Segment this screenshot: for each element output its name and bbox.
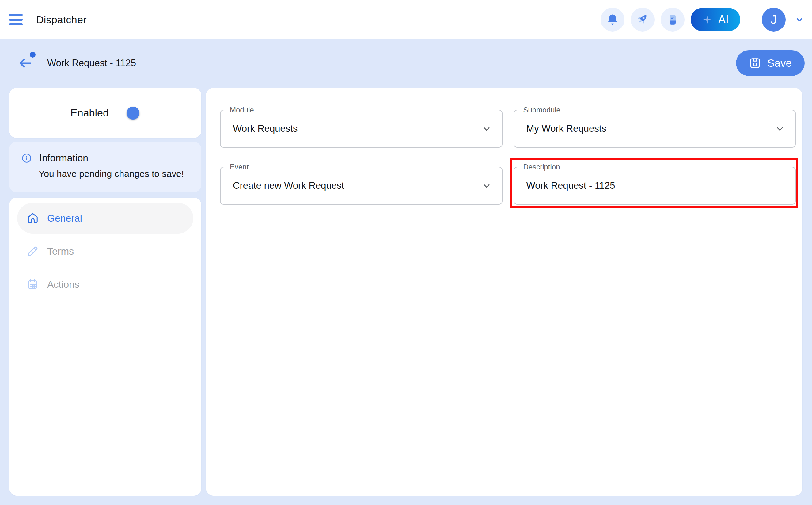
module-value: Work Requests xyxy=(233,123,297,134)
info-icon xyxy=(21,153,32,163)
info-title: Information xyxy=(39,152,88,164)
notifications-button[interactable] xyxy=(601,8,624,31)
module-select[interactable]: Module Work Requests xyxy=(220,110,502,148)
info-message: You have pending changes to save! xyxy=(39,169,189,179)
event-label: Event xyxy=(227,162,251,172)
rocket-icon xyxy=(636,13,649,26)
journal-icon xyxy=(666,13,679,26)
topbar-divider xyxy=(751,10,751,29)
avatar[interactable]: J xyxy=(762,8,786,31)
module-label: Module xyxy=(227,106,257,115)
calendar-plus-icon xyxy=(27,279,39,290)
save-button-label: Save xyxy=(767,57,792,69)
chevron-down-icon[interactable] xyxy=(482,181,491,192)
main-panel: Module Work Requests Submodule My Work R… xyxy=(206,88,802,496)
unsaved-dot-badge xyxy=(30,52,35,57)
docs-button[interactable] xyxy=(661,8,684,31)
home-icon xyxy=(27,212,39,224)
pencil-icon xyxy=(27,245,39,257)
sparkle-icon xyxy=(702,15,712,24)
submodule-value: My Work Requests xyxy=(527,123,606,134)
content: Enabled Information You have pending cha… xyxy=(0,78,812,505)
page-header: Work Request - 1125 Save xyxy=(0,39,812,78)
back-button[interactable] xyxy=(18,56,34,70)
page-title: Work Request - 1125 xyxy=(47,57,136,69)
event-value: Create new Work Request xyxy=(233,180,344,191)
chevron-down-icon[interactable] xyxy=(775,124,785,135)
topbar: Dispatcher xyxy=(0,0,812,39)
info-card: Information You have pending changes to … xyxy=(9,142,201,192)
launch-button[interactable] xyxy=(631,8,654,31)
sidebar-nav: General Terms xyxy=(9,198,201,496)
sidebar-item-terms[interactable]: Terms xyxy=(17,236,193,267)
chevron-down-icon[interactable] xyxy=(482,124,491,135)
topbar-actions: AI J xyxy=(601,8,804,31)
save-button[interactable]: Save xyxy=(736,50,805,76)
save-icon xyxy=(749,57,761,69)
menu-icon[interactable] xyxy=(9,10,29,29)
sidebar-item-actions[interactable]: Actions xyxy=(17,269,193,300)
sidebar-item-label: Actions xyxy=(47,279,79,290)
toggle-thumb xyxy=(127,107,140,120)
bell-icon xyxy=(606,13,619,26)
enabled-card: Enabled xyxy=(9,88,201,138)
submodule-select[interactable]: Submodule My Work Requests xyxy=(514,110,796,148)
sidebar-item-general[interactable]: General xyxy=(17,203,193,233)
event-select[interactable]: Event Create new Work Request xyxy=(220,167,502,205)
avatar-initial: J xyxy=(771,13,777,27)
description-field[interactable]: Description xyxy=(514,167,796,205)
sidebar-item-label: Terms xyxy=(47,246,74,257)
app-title: Dispatcher xyxy=(36,14,87,26)
enabled-toggle[interactable] xyxy=(117,109,135,118)
sidebar-item-label: General xyxy=(47,213,82,224)
ai-button-label: AI xyxy=(718,13,729,26)
enabled-label: Enabled xyxy=(70,107,109,119)
ai-button[interactable]: AI xyxy=(691,8,740,31)
account-chevron-down-icon[interactable] xyxy=(795,15,804,24)
sidebar: Enabled Information You have pending cha… xyxy=(9,88,201,496)
submodule-label: Submodule xyxy=(520,106,564,115)
form-grid: Module Work Requests Submodule My Work R… xyxy=(220,110,796,205)
description-input[interactable] xyxy=(527,180,783,191)
description-label: Description xyxy=(520,162,563,172)
